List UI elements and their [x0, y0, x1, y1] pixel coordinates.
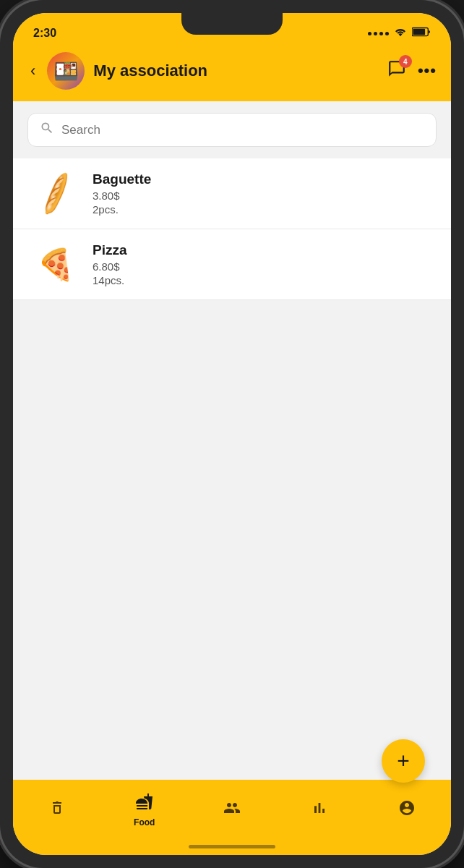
item-info-pizza: Pizza 6.80$ 14pcs. — [93, 242, 434, 286]
item-name: Baguette — [93, 171, 434, 187]
people-icon — [223, 799, 241, 821]
svg-rect-1 — [413, 29, 425, 35]
plus-icon: + — [397, 749, 410, 773]
search-container — [13, 101, 451, 158]
more-options-button[interactable]: ••• — [418, 61, 437, 80]
list-item[interactable]: 🍕 Pizza 6.80$ 14pcs. — [13, 229, 451, 300]
item-price: 3.80$ — [93, 190, 434, 202]
nav-item-stats[interactable] — [298, 799, 341, 821]
food-icon — [136, 793, 153, 814]
item-info-baguette: Baguette 3.80$ 2pcs. — [93, 171, 434, 216]
stats-icon — [311, 799, 328, 821]
header-actions: 4 ••• — [387, 59, 437, 82]
notification-badge: 4 — [399, 55, 412, 68]
settings-icon — [398, 799, 416, 821]
search-box — [27, 113, 437, 147]
item-quantity: 14pcs. — [93, 274, 434, 286]
status-icons — [368, 27, 431, 40]
wifi-icon — [393, 27, 408, 40]
battery-icon — [412, 27, 431, 40]
item-image-baguette: 🥖 — [30, 176, 81, 212]
add-item-button[interactable]: + — [382, 739, 425, 783]
item-name: Pizza — [93, 242, 434, 258]
signal-dots — [368, 32, 389, 35]
avatar: 🍱 — [47, 52, 85, 90]
fab-container: + — [382, 739, 425, 783]
home-indicator — [13, 838, 451, 855]
item-image-pizza: 🍕 — [30, 247, 81, 283]
drinks-icon — [48, 799, 66, 821]
back-button[interactable]: ‹ — [27, 59, 38, 83]
page-title: My association — [93, 61, 379, 80]
status-time: 2:30 — [33, 27, 56, 40]
item-price: 6.80$ — [93, 260, 434, 273]
pizza-emoji: 🍕 — [37, 247, 74, 282]
search-input[interactable] — [61, 123, 424, 137]
nav-item-settings[interactable] — [385, 799, 429, 821]
list-item[interactable]: 🥖 Baguette 3.80$ 2pcs. — [13, 158, 451, 229]
item-list: 🥖 Baguette 3.80$ 2pcs. 🍕 Pizza 6 — [13, 158, 451, 300]
bottom-nav: Food — [13, 780, 451, 838]
phone-screen: 2:30 — [13, 13, 451, 855]
home-bar — [189, 845, 275, 848]
baguette-emoji: 🥖 — [32, 171, 80, 217]
nav-item-drinks[interactable] — [35, 799, 79, 821]
search-icon — [40, 121, 54, 139]
nav-item-people[interactable] — [210, 799, 254, 821]
content-area: 🥖 Baguette 3.80$ 2pcs. 🍕 Pizza 6 — [13, 158, 451, 780]
item-quantity: 2pcs. — [93, 203, 434, 216]
phone-frame: 2:30 — [0, 0, 464, 868]
food-nav-label: Food — [134, 817, 155, 827]
notch — [181, 13, 283, 35]
messages-button[interactable]: 4 — [387, 59, 406, 82]
nav-item-food[interactable]: Food — [123, 793, 166, 827]
header: ‹ 🍱 My association 4 ••• — [13, 45, 451, 101]
